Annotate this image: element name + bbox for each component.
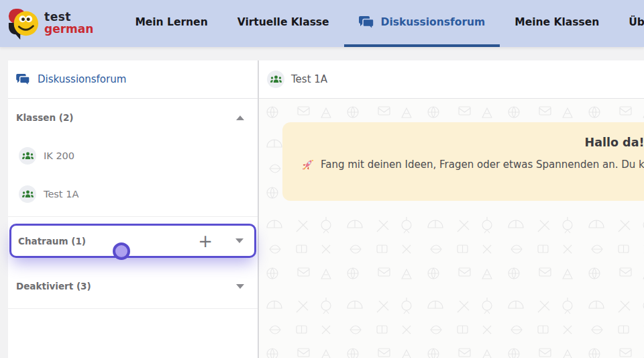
- sidebar-header: Diskussionsforum: [8, 60, 258, 99]
- nav-item-label: Übungen: [629, 16, 644, 28]
- welcome-banner: Hallo da!: [282, 122, 644, 201]
- content-area: Diskussionsforum Klassen (2) IK 200: [8, 60, 644, 358]
- class-item-label: IK 200: [44, 150, 74, 161]
- nav-item-meine-klassen[interactable]: Meine Klassen: [500, 0, 614, 47]
- section-deaktiviert[interactable]: Deaktiviert (3): [8, 267, 258, 305]
- forum-main-panel: Test 1A: [259, 60, 644, 358]
- nav-item-label: Virtuelle Klasse: [237, 16, 329, 28]
- forum-sidebar: Diskussionsforum Klassen (2) IK 200: [8, 60, 258, 358]
- nav-item-diskussionsforum[interactable]: Diskussionsforum: [344, 0, 500, 47]
- nav-item-label: Mein Lernen: [135, 16, 207, 28]
- class-item-ik200[interactable]: IK 200: [8, 136, 258, 175]
- nav-item-label: Diskussionsforum: [381, 16, 486, 28]
- nav-item-uebungen[interactable]: Übungen: [614, 0, 644, 47]
- nav-menu: Mein Lernen Virtuelle Klasse Diskussions…: [120, 0, 644, 47]
- channel-header: Test 1A: [259, 60, 644, 99]
- welcome-banner-message: Fang mit deinen Ideen, Fragen oder etwas…: [321, 159, 644, 171]
- plus-icon[interactable]: +: [198, 232, 213, 250]
- class-item-label: Test 1A: [44, 189, 78, 199]
- divider: [8, 308, 258, 309]
- welcome-banner-title: Hallo da!: [301, 136, 644, 149]
- caret-up-icon[interactable]: [236, 116, 244, 120]
- group-people-icon: [19, 185, 36, 203]
- channel-title: Test 1A: [291, 73, 327, 85]
- section-deaktiviert-label: Deaktiviert (3): [16, 281, 236, 292]
- logo-wordmark: test german: [44, 11, 93, 36]
- group-people-icon: [19, 147, 36, 165]
- class-item-test-1a[interactable]: Test 1A: [8, 175, 258, 213]
- channel-body: Hallo da!: [259, 99, 644, 358]
- nav-item-virtuelle-klasse[interactable]: Virtuelle Klasse: [223, 0, 344, 47]
- app-logo[interactable]: test german: [8, 0, 93, 47]
- nav-item-mein-lernen[interactable]: Mein Lernen: [120, 0, 222, 47]
- group-people-icon: [267, 71, 284, 88]
- section-klassen-label: Klassen (2): [16, 112, 236, 123]
- section-chatraum-label: Chatraum (1): [18, 236, 186, 247]
- section-klassen[interactable]: Klassen (2): [8, 99, 258, 136]
- nav-item-label: Meine Klassen: [515, 16, 599, 28]
- logo-line2: german: [44, 24, 93, 36]
- rocket-icon: [301, 158, 315, 171]
- section-chatraum-highlighted[interactable]: Chatraum (1) +: [9, 224, 256, 258]
- sidebar-title: Diskussionsforum: [38, 73, 126, 85]
- caret-down-icon[interactable]: [236, 284, 244, 289]
- caret-down-icon[interactable]: [235, 238, 244, 243]
- smiley-logo-icon: [8, 7, 39, 40]
- top-navigation: test german Mein Lernen Virtuelle Klasse…: [0, 0, 644, 47]
- chat-bubbles-icon: [359, 15, 375, 29]
- chat-bubbles-icon: [16, 73, 31, 85]
- divider: [8, 216, 258, 217]
